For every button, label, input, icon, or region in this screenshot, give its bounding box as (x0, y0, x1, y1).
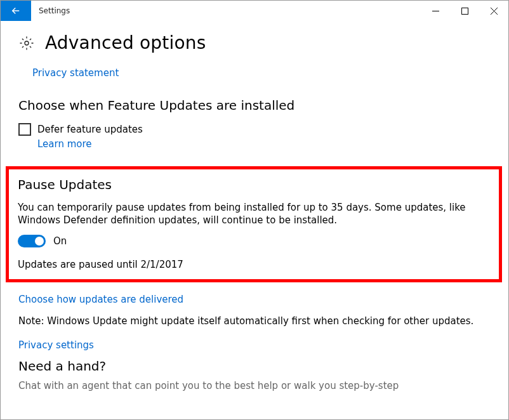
pause-toggle-row: On (18, 235, 490, 247)
privacy-statement-link[interactable]: Privacy statement (32, 67, 119, 79)
pause-description: You can temporarily pause updates from b… (18, 201, 490, 227)
update-note: Note: Windows Update might update itself… (18, 315, 491, 327)
defer-checkbox[interactable] (18, 123, 31, 136)
chat-prompt: Chat with an agent that can point you to… (18, 380, 491, 391)
close-icon (491, 8, 498, 15)
privacy-settings-link[interactable]: Privacy settings (18, 339, 94, 351)
svg-point-2 (25, 41, 29, 45)
gear-icon (18, 35, 35, 51)
pause-heading: Pause Updates (18, 177, 490, 192)
minimize-button[interactable] (421, 1, 450, 21)
choose-delivery-link[interactable]: Choose how updates are delivered (18, 294, 183, 305)
arrow-left-icon (10, 5, 22, 16)
defer-checkbox-label: Defer feature updates (37, 124, 143, 135)
defer-checkbox-row: Defer feature updates (18, 123, 491, 136)
toggle-knob (35, 237, 44, 246)
svg-rect-1 (461, 8, 468, 14)
minimize-icon (432, 8, 439, 15)
page-header: Advanced options (18, 32, 491, 53)
svg-rect-0 (432, 11, 439, 11)
pause-updates-section: Pause Updates You can temporarily pause … (6, 166, 502, 282)
maximize-button[interactable] (450, 1, 479, 21)
close-button[interactable] (479, 1, 508, 21)
need-hand-heading: Need a hand? (18, 358, 491, 374)
back-button[interactable] (1, 1, 31, 21)
pause-toggle-label: On (53, 235, 67, 247)
content-area: Advanced options Privacy statement Choos… (1, 21, 508, 391)
window-title: Settings (31, 1, 77, 21)
pause-status: Updates are paused until 2/1/2017 (18, 259, 490, 270)
title-spacer (77, 1, 421, 21)
page-title: Advanced options (45, 32, 206, 53)
learn-more-link[interactable]: Learn more (37, 138, 92, 150)
title-bar: Settings (1, 1, 508, 21)
maximize-icon (461, 8, 468, 15)
pause-toggle[interactable] (18, 235, 46, 247)
feature-updates-heading: Choose when Feature Updates are installe… (18, 98, 491, 113)
